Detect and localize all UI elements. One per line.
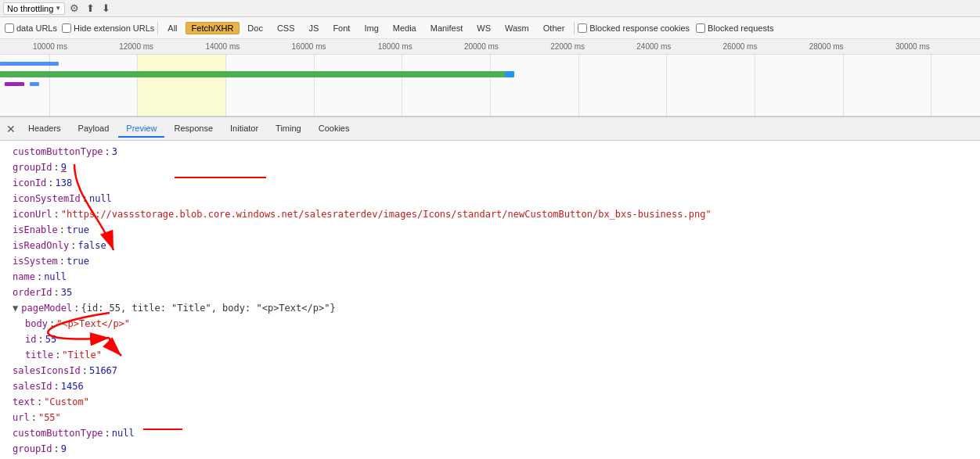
json-line-customButtonType-2: customButtonType : null [0,425,980,441]
timeline-label-10: 30000 ms [894,42,980,51]
filter-btn-wasm[interactable]: Wasm [499,22,535,34]
throttle-select[interactable]: No throttling ▼ [3,2,65,15]
filter-divider-1 [157,22,158,34]
main-panel: ✕ Headers Payload Preview Response Initi… [0,117,980,459]
timeline-label-6: 22000 ms [549,42,635,51]
timeline-bar: 10000 ms 12000 ms 14000 ms 16000 ms 1800… [0,39,980,55]
json-line-pageModel-body: body : "<p>Text</p>" [0,316,980,332]
tab-bar: ✕ Headers Payload Preview Response Initi… [0,117,980,141]
timeline-label-2: 14000 ms [204,42,290,51]
timeline-label-8: 26000 ms [722,42,808,51]
json-line-pageModel-title: title : "Title" [0,347,980,363]
pageModel-expand-icon[interactable]: ▼ [13,301,18,315]
json-line-groupId: groupId : 9 [0,160,980,175]
timeline-label-9: 28000 ms [808,42,894,51]
network-conditions-icon[interactable]: ⚙ [68,2,81,15]
tab-initiator[interactable]: Initiator [222,120,266,138]
request-row-3 [0,81,980,89]
filter-btn-fetch[interactable]: Fetch/XHR [186,22,240,34]
request-row-2 [0,71,980,79]
json-line-orderId: orderId : 35 [0,285,980,300]
filter-btn-css[interactable]: CSS [271,22,301,34]
request-row-1 [0,61,980,69]
filter-btn-doc[interactable]: Doc [241,22,269,34]
tab-timing[interactable]: Timing [268,120,309,138]
tab-headers[interactable]: Headers [20,120,69,138]
filter-btn-img[interactable]: Img [358,22,384,34]
json-line-salesId: salesId : 1456 [0,378,980,394]
devtools-panel: No throttling ▼ ⚙ ⬆ ⬇ data URLs Hide ext… [0,0,980,459]
tab-payload[interactable]: Payload [70,120,117,138]
filter-btn-ws[interactable]: WS [470,22,497,34]
json-line-groupId-2: groupId : 9 [0,441,980,457]
timeline-label-1: 12000 ms [117,42,204,51]
tab-cookies[interactable]: Cookies [311,120,358,138]
filter-btn-font[interactable]: Font [326,22,356,34]
timeline-label-3: 16000 ms [290,42,377,51]
json-line-text: text : "Custom" [0,394,980,410]
json-line-salesIconsId: salesIconsId : 51667 [0,363,980,378]
filter-btn-js[interactable]: JS [303,22,326,34]
data-urls-checkbox[interactable]: data URLs [5,23,57,33]
export-har-icon[interactable]: ⬆ [84,2,96,15]
import-har-icon[interactable]: ⬇ [99,2,112,15]
waterfall-requests [0,61,980,91]
json-line-iconId: iconId : 138 [0,175,980,191]
json-line-isReadOnly: isReadOnly : false [0,238,980,253]
json-line-name: name : null [0,269,980,285]
json-line-pageModel-id: id : 55 [0,332,980,347]
waterfall-area[interactable] [0,55,980,117]
json-line-iconUrl: iconUrl : "https://vassstorage.blob.core… [0,206,980,222]
timeline-label-7: 24000 ms [635,42,721,51]
hide-extension-urls-checkbox[interactable]: Hide extension URLs [62,23,154,33]
timeline-labels: 10000 ms 12000 ms 14000 ms 16000 ms 1800… [0,42,980,51]
filter-btn-all[interactable]: All [161,22,183,34]
blocked-requests-checkbox[interactable]: Blocked requests [696,23,773,33]
throttle-label: No throttling [7,4,53,13]
json-line-pageModel: ▼ pageModel : {id: 55, title: "Title", b… [0,300,980,316]
toolbar: No throttling ▼ ⚙ ⬆ ⬇ [0,0,980,17]
timeline-label-4: 18000 ms [377,42,463,51]
filter-divider-2 [574,22,575,34]
close-panel-button[interactable]: ✕ [3,121,19,137]
json-line-iconSystemId: iconSystemId : null [0,191,980,206]
tab-response[interactable]: Response [166,120,221,138]
blocked-cookies-checkbox[interactable]: Blocked response cookies [578,23,690,33]
filter-btn-media[interactable]: Media [387,22,423,34]
json-line-isSystem: isSystem : true [0,253,980,269]
json-line-customButtonType: customButtonType : 3 [0,144,980,160]
json-line-url: url : "55" [0,410,980,425]
filter-bar: data URLs Hide extension URLs All Fetch/… [0,17,980,39]
filter-btn-manifest[interactable]: Manifest [424,22,470,34]
json-line-isEnable: isEnable : true [0,222,980,238]
throttle-arrow-icon: ▼ [55,5,61,12]
tab-preview[interactable]: Preview [118,120,164,138]
timeline-label-5: 20000 ms [463,42,549,51]
timeline-label-0: 10000 ms [31,42,117,51]
preview-content[interactable]: customButtonType : 3 groupId : 9 iconId … [0,141,980,459]
filter-btn-other[interactable]: Other [537,22,571,34]
